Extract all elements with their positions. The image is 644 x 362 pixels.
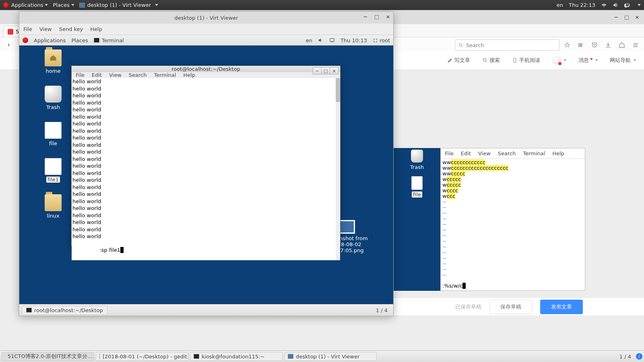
svg-rect-3 [581, 43, 583, 47]
save-draft-button[interactable]: 保存草稿 [489, 300, 532, 314]
guest-user[interactable]: root [373, 37, 390, 43]
publish-button[interactable]: 发布文章 [540, 300, 583, 314]
desktop-icon-file1[interactable]: file1 [37, 158, 69, 183]
guest-desktop[interactable]: Applications Places Terminal en Thu 10:1… [19, 35, 393, 316]
file-icon [45, 122, 62, 139]
terminal-titlebar[interactable]: root@localhost:~/Desktop − □ × [72, 66, 340, 72]
host-menu-places[interactable]: Places [50, 2, 76, 8]
header-avatar[interactable] [552, 56, 566, 65]
desktop-icon-trash[interactable]: Trash [37, 86, 69, 110]
redhat-icon [3, 2, 9, 8]
st-menu-view[interactable]: View [478, 150, 491, 156]
host-running-app[interactable]: desktop (1) - Virt Viewer [77, 2, 161, 8]
host-lang-indicator[interactable]: en [557, 2, 563, 8]
wifi-icon[interactable] [601, 2, 607, 8]
side-terminal-body[interactable]: wwccccccccccccwwccccccccccccccccccccwwcc… [441, 159, 585, 290]
task-item-2[interactable]: kiosk@foundation115:~ [190, 352, 283, 361]
vv-minimize-button[interactable]: − [363, 14, 368, 20]
guest-workspace-pager[interactable]: 1 / 4 [376, 307, 391, 313]
host-clock[interactable]: Thu 22:13 [569, 2, 595, 8]
host-workspace-pager[interactable]: 1 / 4 [616, 354, 634, 360]
volume-icon[interactable] [613, 2, 619, 8]
term-menu-help[interactable]: Help [183, 72, 195, 78]
desktop-icon-linux[interactable]: linux [37, 194, 69, 219]
guest-lang-indicator[interactable]: en [306, 37, 312, 43]
guest-running-terminal[interactable]: Terminal [94, 37, 124, 43]
monitor-icon [79, 3, 85, 8]
folder-icon [45, 194, 62, 211]
hamburger-menu-icon[interactable] [630, 39, 642, 51]
header-messages[interactable]: 消息 [578, 57, 598, 64]
terminal-menubar: File Edit View Search Terminal Help [72, 72, 340, 78]
task-item-0[interactable]: 51CTO博客2.0-原创IT技术文章分… [2, 352, 94, 361]
terminal-body[interactable]: hello world hello world hello world hell… [72, 78, 340, 260]
home-icon[interactable] [616, 39, 628, 51]
file-icon [45, 158, 62, 175]
back-button[interactable] [2, 39, 14, 51]
header-write[interactable]: 写文章 [447, 57, 470, 64]
svg-rect-2 [580, 43, 581, 47]
vv-close-button[interactable]: × [385, 14, 391, 20]
scrollbar-thumb[interactable] [336, 78, 340, 102]
guest-menu-places[interactable]: Places [71, 37, 88, 43]
guest-menu-applications[interactable]: Applications [34, 37, 66, 43]
st-menu-edit[interactable]: Edit [461, 150, 471, 156]
trash-icon [45, 86, 62, 103]
desktop-icon-file[interactable]: file [37, 122, 69, 146]
guest-task-terminal[interactable]: root@localhost:~/Desktop [22, 306, 107, 315]
term-minimize-button[interactable]: − [313, 67, 322, 74]
st-menu-help[interactable]: Help [552, 150, 564, 156]
browser-maximize-button[interactable]: □ [624, 14, 630, 20]
expand-icon [373, 38, 378, 43]
svg-rect-6 [330, 39, 334, 41]
vv-menu-sendkey[interactable]: Send key [59, 26, 83, 32]
library-icon[interactable] [575, 39, 587, 51]
network-icon[interactable] [329, 37, 335, 43]
notification-badge[interactable]: i [636, 353, 642, 360]
browser-close-button[interactable]: × [634, 14, 640, 20]
terminal-icon [94, 38, 99, 43]
desktop-icon-file2[interactable]: file [401, 176, 433, 197]
virt-viewer-window: desktop (1) - Virt Viewer − □ × File Vie… [19, 11, 394, 316]
term-menu-file[interactable]: File [76, 72, 85, 78]
terminal-icon [194, 354, 199, 359]
term-menu-edit[interactable]: Edit [92, 72, 102, 78]
st-menu-terminal[interactable]: Terminal [523, 150, 545, 156]
virt-viewer-titlebar[interactable]: desktop (1) - Virt Viewer − □ × [19, 12, 393, 24]
vv-menu-file[interactable]: File [23, 26, 32, 32]
folder-home-icon [45, 49, 62, 66]
terminal-title: root@localhost:~/Desktop [171, 66, 240, 72]
header-sitenav[interactable]: 网站导航 [610, 57, 636, 64]
header-search[interactable]: 搜索 [482, 57, 500, 64]
term-menu-view[interactable]: View [109, 72, 122, 78]
term-maximize-button[interactable]: □ [321, 67, 330, 74]
term-menu-search[interactable]: Search [129, 72, 147, 78]
scrollbar[interactable] [336, 78, 340, 260]
search-box[interactable]: Search [455, 39, 559, 51]
desktop-icon-home[interactable]: home [37, 49, 69, 74]
st-menu-file[interactable]: File [445, 150, 454, 156]
favicon-icon [8, 29, 13, 35]
term-menu-terminal[interactable]: Terminal [154, 72, 176, 78]
vv-menu-help[interactable]: Help [90, 26, 102, 32]
downloads-icon[interactable] [602, 39, 614, 51]
power-icon[interactable] [624, 2, 630, 8]
st-menu-search[interactable]: Search [498, 150, 516, 156]
desktop-icon-trash2[interactable]: Trash [401, 150, 433, 170]
term-close-button[interactable]: × [330, 67, 339, 74]
monitor-icon [288, 354, 293, 359]
header-mobile[interactable]: 手机阅读 [512, 57, 540, 64]
vv-maximize-button[interactable]: □ [374, 14, 380, 20]
host-menu-applications[interactable]: Applications [9, 2, 50, 8]
browser-minimize-button[interactable]: − [613, 14, 619, 20]
vv-menu-view[interactable]: View [39, 26, 52, 32]
svg-rect-5 [514, 58, 516, 63]
redhat-icon [23, 37, 28, 43]
bookmark-star-icon[interactable] [561, 39, 573, 51]
guest-clock[interactable]: Thu 10:13 [341, 37, 367, 43]
task-item-3[interactable]: desktop (1) - Virt Viewer [284, 352, 377, 361]
pocket-icon[interactable] [588, 39, 601, 51]
task-item-1[interactable]: [2018-08-01 (~/Desktop) - gedit] [96, 352, 188, 361]
volume-icon[interactable] [318, 37, 324, 43]
host-taskbar: 51CTO博客2.0-原创IT技术文章分… [2018-08-01 (~/Des… [0, 350, 644, 362]
